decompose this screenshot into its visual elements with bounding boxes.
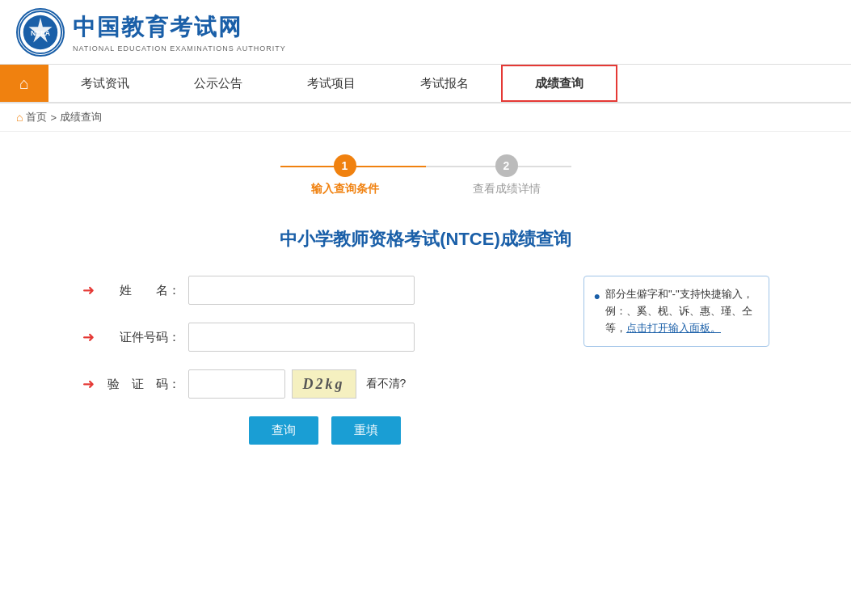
name-label: 姓 名： xyxy=(99,283,188,298)
breadcrumb-home-icon: ⌂ xyxy=(16,111,23,124)
site-name-cn: 中国教育考试网 xyxy=(73,12,286,43)
svg-text:NEEA: NEEA xyxy=(31,28,51,36)
captcha-image[interactable]: D2kg xyxy=(292,369,356,399)
captcha-row: ➜ 验 证 码： D2kg 看不清? xyxy=(82,369,567,399)
name-arrow-icon: ➜ xyxy=(82,281,95,299)
captcha-area: D2kg 看不清? xyxy=(188,369,407,399)
captcha-label: 验 证 码： xyxy=(99,377,188,392)
form-area: ➜ 姓 名： ➜ 证件号码： ➜ 验 证 码： xyxy=(78,276,773,445)
id-input[interactable] xyxy=(188,323,415,352)
query-button[interactable]: 查询 xyxy=(249,416,318,445)
id-label: 证件号码： xyxy=(99,330,188,345)
hint-radio-icon: ● xyxy=(594,287,600,305)
logo-text: 中国教育考试网 NATIONAL EDUCATION EXAMINATIONS … xyxy=(73,12,286,53)
header: NEEA 中国教育考试网 NATIONAL EDUCATION EXAMINAT… xyxy=(0,0,851,65)
nav-item-baoming[interactable]: 考试报名 xyxy=(388,65,501,102)
form-title: 中小学教师资格考试(NTCE)成绩查询 xyxy=(78,227,773,251)
nav-item-gongshi[interactable]: 公示公告 xyxy=(162,65,275,102)
hint-title: ● 部分生僻字和"-"支持快捷输入，例：、奚、枧、诉、惠、瑾、仝等，点击打开输入… xyxy=(594,286,759,336)
id-row: ➜ 证件号码： xyxy=(82,323,567,352)
reset-button[interactable]: 重填 xyxy=(331,416,401,445)
nav-home[interactable]: ⌂ xyxy=(0,65,48,102)
main-content: 中小学教师资格考试(NTCE)成绩查询 ➜ 姓 名： ➜ 证件号码： xyxy=(62,203,790,461)
breadcrumb-current: 成绩查询 xyxy=(60,110,102,124)
captcha-input[interactable] xyxy=(188,369,285,399)
nav-bar: ⌂ 考试资讯 公示公告 考试项目 考试报名 成绩查询 xyxy=(0,65,851,103)
nav-item-xiangmu[interactable]: 考试项目 xyxy=(275,65,388,102)
form-buttons: 查询 重填 xyxy=(82,416,567,445)
step-1-circle: 1 xyxy=(334,154,356,177)
id-arrow-icon: ➜ xyxy=(82,328,95,346)
step-2: 2 查看成绩详情 xyxy=(426,154,588,196)
step-2-circle: 2 xyxy=(495,154,518,177)
step-1: 1 输入查询条件 xyxy=(264,154,426,196)
step-1-label: 输入查询条件 xyxy=(311,182,379,196)
nav-item-chengji[interactable]: 成绩查询 xyxy=(501,65,617,102)
logo-area: NEEA 中国教育考试网 NATIONAL EDUCATION EXAMINAT… xyxy=(16,8,286,57)
cant-see-text[interactable]: 看不清? xyxy=(366,377,407,391)
step-2-label: 查看成绩详情 xyxy=(473,182,541,196)
name-row: ➜ 姓 名： xyxy=(82,276,567,305)
home-icon: ⌂ xyxy=(19,74,29,93)
hint-box: ● 部分生僻字和"-"支持快捷输入，例：、奚、枧、诉、惠、瑾、仝等，点击打开输入… xyxy=(583,276,769,347)
steps-container: 1 输入查询条件 2 查看成绩详情 xyxy=(0,132,851,203)
hint-link[interactable]: 点击打开输入面板。 xyxy=(626,322,721,334)
breadcrumb-separator: > xyxy=(50,112,57,124)
breadcrumb: ⌂ 首页 > 成绩查询 xyxy=(0,103,851,132)
form-fields: ➜ 姓 名： ➜ 证件号码： ➜ 验 证 码： xyxy=(82,276,567,445)
site-name-en: NATIONAL EDUCATION EXAMINATIONS AUTHORIT… xyxy=(73,44,286,53)
nav-item-kaoshi[interactable]: 考试资讯 xyxy=(48,65,162,102)
name-input[interactable] xyxy=(188,276,415,305)
captcha-arrow-icon: ➜ xyxy=(82,375,95,393)
hint-text: 部分生僻字和"-"支持快捷输入，例：、奚、枧、诉、惠、瑾、仝等，点击打开输入面板… xyxy=(605,286,759,336)
breadcrumb-home[interactable]: 首页 xyxy=(26,110,47,124)
logo-icon: NEEA xyxy=(16,8,65,57)
